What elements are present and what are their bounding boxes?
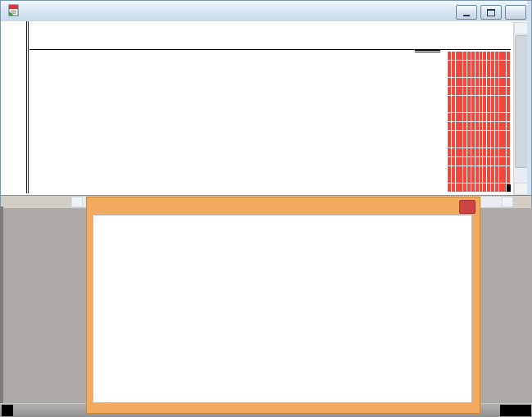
row-header-divider: [26, 21, 29, 193]
scroll-left-button[interactable]: [71, 197, 83, 207]
maximize-icon: [487, 9, 495, 16]
map-editor-window: [0, 0, 532, 207]
scroll-up-button[interactable]: [514, 22, 528, 34]
vertical-scrollbar[interactable]: [513, 22, 528, 195]
maximize-button[interactable]: [480, 5, 502, 20]
file-size-badge: [500, 405, 531, 416]
preview-window: [86, 197, 480, 414]
scroll-right-button[interactable]: [502, 197, 513, 207]
selected-column-marker: [415, 47, 440, 52]
close-button[interactable]: [505, 5, 526, 20]
preview-close-button[interactable]: [459, 200, 476, 214]
column-headers: [1, 21, 531, 49]
minimize-icon: [463, 15, 470, 16]
window-titlebar[interactable]: [1, 1, 531, 22]
hex-selection-panel[interactable]: [448, 52, 511, 193]
egr-3d-surface-chart: [93, 215, 471, 402]
desktop-edge: [0, 206, 3, 403]
preview-plot: [92, 215, 472, 403]
watermark-badge: [2, 405, 13, 416]
cell-cursor: [507, 184, 511, 192]
preview-titlebar[interactable]: [87, 197, 480, 215]
map-document-icon: [7, 4, 20, 17]
window-frame-right: [527, 1, 531, 206]
minimize-button[interactable]: [456, 5, 477, 20]
map-table: [1, 21, 531, 195]
scroll-down-button[interactable]: [514, 183, 528, 195]
